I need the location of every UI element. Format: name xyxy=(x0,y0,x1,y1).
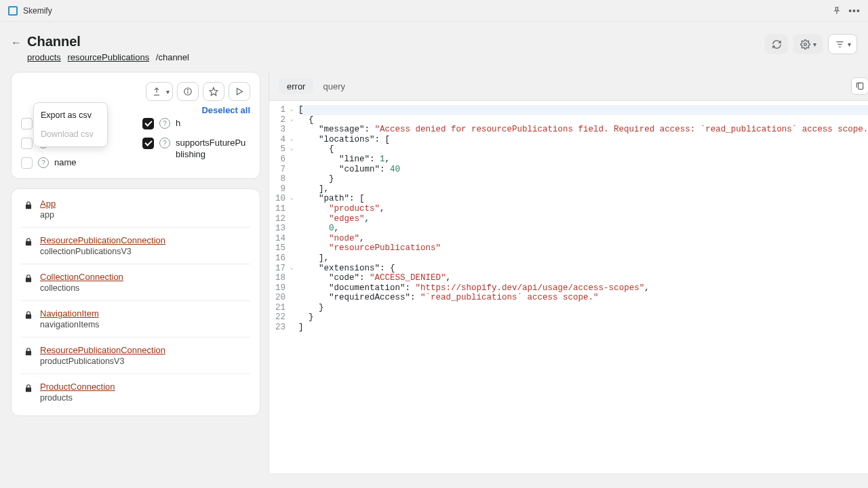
svg-point-7 xyxy=(188,89,189,90)
code-line: ], xyxy=(298,184,868,195)
app-logo xyxy=(8,6,18,16)
code-line: "edges", xyxy=(298,214,868,224)
code-line: [ xyxy=(298,105,868,115)
breadcrumb-link[interactable]: products xyxy=(27,52,61,62)
page-header: ← Channel products resourcePublications … xyxy=(0,22,868,66)
tab-query[interactable]: query xyxy=(315,79,353,94)
more-icon[interactable]: ••• xyxy=(849,5,860,16)
lock-icon xyxy=(24,347,33,357)
field-checkbox[interactable] xyxy=(142,118,154,129)
code-line: "path": [ xyxy=(298,194,868,204)
line-number: 6 xyxy=(273,155,288,165)
help-icon[interactable]: ? xyxy=(159,118,170,129)
field-checkbox[interactable] xyxy=(142,138,154,149)
type-item: ResourcePublicationConnectioncollectionP… xyxy=(21,227,250,264)
line-number: 14 xyxy=(273,234,288,244)
line-number: 19 xyxy=(273,283,288,293)
export-button[interactable]: ▾ xyxy=(146,82,173,101)
svg-marker-9 xyxy=(237,88,243,94)
lock-icon xyxy=(24,384,33,393)
deselect-all[interactable]: Deselect all xyxy=(201,105,250,115)
filter-button[interactable]: ▾ xyxy=(828,34,857,54)
breadcrumb-current: /channel xyxy=(156,52,189,62)
clipboard-icon xyxy=(854,81,865,92)
type-sublabel: productPublicationsV3 xyxy=(40,357,165,366)
code-line: "products", xyxy=(298,204,868,214)
field-label: h xyxy=(176,118,180,129)
type-link[interactable]: CollectionConnection xyxy=(40,272,123,282)
type-item: NavigationItemnavigationItems xyxy=(21,300,250,337)
code-line: "locations": [ xyxy=(298,135,868,145)
tab-error[interactable]: error xyxy=(279,79,313,94)
code-line: ] xyxy=(298,323,868,333)
type-item: ProductConnectionproducts xyxy=(21,373,250,410)
type-link[interactable]: App xyxy=(40,199,56,209)
field-row: ?supportsFuturePublishing xyxy=(142,138,250,161)
gear-icon xyxy=(800,39,810,49)
line-number: 23 xyxy=(273,323,288,333)
star-icon xyxy=(208,86,219,97)
type-item: ResourcePublicationConnectionproductPubl… xyxy=(21,337,250,373)
app-title: Skemify xyxy=(23,6,52,16)
type-sublabel: collectionPublicationsV3 xyxy=(40,247,165,256)
upload-icon xyxy=(151,86,162,97)
line-number: 10 xyxy=(273,194,288,204)
field-checkbox[interactable] xyxy=(21,157,33,169)
code-editor[interactable]: 1234567891011121314151617181920212223 [ … xyxy=(269,101,868,473)
line-number: 2 xyxy=(273,115,288,125)
code-line: { xyxy=(298,115,868,125)
settings-button[interactable]: ▾ xyxy=(793,34,823,54)
titlebar: Skemify ••• xyxy=(0,0,868,22)
line-number: 9 xyxy=(273,184,288,195)
chevron-down-icon: ▾ xyxy=(813,41,816,48)
refresh-button[interactable] xyxy=(765,34,788,54)
line-number: 11 xyxy=(273,204,288,214)
line-number: 13 xyxy=(273,224,288,234)
star-button[interactable] xyxy=(203,82,224,101)
copy-button[interactable] xyxy=(851,77,868,95)
code-line: } xyxy=(298,174,868,184)
type-sublabel: app xyxy=(40,210,56,220)
code-line: "column": 40 xyxy=(298,165,868,175)
run-button[interactable] xyxy=(229,82,250,101)
field-label: name xyxy=(54,157,77,169)
help-icon[interactable]: ? xyxy=(159,138,170,148)
line-number: 12 xyxy=(273,214,288,224)
code-line: 0, xyxy=(298,224,868,234)
line-number: 4 xyxy=(273,135,288,145)
back-button[interactable]: ← xyxy=(11,37,22,49)
line-number: 21 xyxy=(273,303,288,313)
breadcrumb: products resourcePublications /channel xyxy=(27,52,189,62)
line-number: 3 xyxy=(273,125,288,135)
type-link[interactable]: ResourcePublicationConnection xyxy=(40,235,165,245)
export-csv-item[interactable]: Export as csv xyxy=(34,106,107,125)
type-link[interactable]: ProductConnection xyxy=(40,382,115,392)
chevron-down-icon: ▾ xyxy=(848,41,851,48)
field-checkbox[interactable] xyxy=(21,138,33,149)
field-label: supportsFuturePublishing xyxy=(176,138,250,161)
type-sublabel: navigationItems xyxy=(40,320,100,329)
type-link[interactable]: NavigationItem xyxy=(40,308,99,319)
line-number: 7 xyxy=(273,165,288,175)
svg-rect-10 xyxy=(859,83,863,89)
svg-point-1 xyxy=(804,43,806,45)
line-number: 16 xyxy=(273,253,288,264)
export-dropdown: Export as csv Download csv xyxy=(33,102,108,147)
code-line: { xyxy=(298,144,868,155)
field-checkbox[interactable] xyxy=(21,118,33,129)
pin-icon[interactable] xyxy=(831,5,842,16)
line-number: 18 xyxy=(273,273,288,283)
code-line: "documentation": "https://shopify.dev/ap… xyxy=(298,283,868,293)
refresh-icon xyxy=(771,39,782,49)
code-line: "extensions": { xyxy=(298,264,868,274)
info-button[interactable] xyxy=(177,82,199,101)
code-line: "message": "Access denied for resourcePu… xyxy=(298,125,868,135)
type-link[interactable]: ResourcePublicationConnection xyxy=(40,345,165,355)
help-icon[interactable]: ? xyxy=(38,157,49,168)
line-number: 15 xyxy=(273,243,288,253)
breadcrumb-link[interactable]: resourcePublications xyxy=(68,52,150,62)
svg-marker-8 xyxy=(210,87,218,96)
line-number: 5 xyxy=(273,144,288,155)
field-row: ?name xyxy=(21,157,129,169)
code-line: "requiredAccess": "`read_publications` a… xyxy=(298,293,868,303)
